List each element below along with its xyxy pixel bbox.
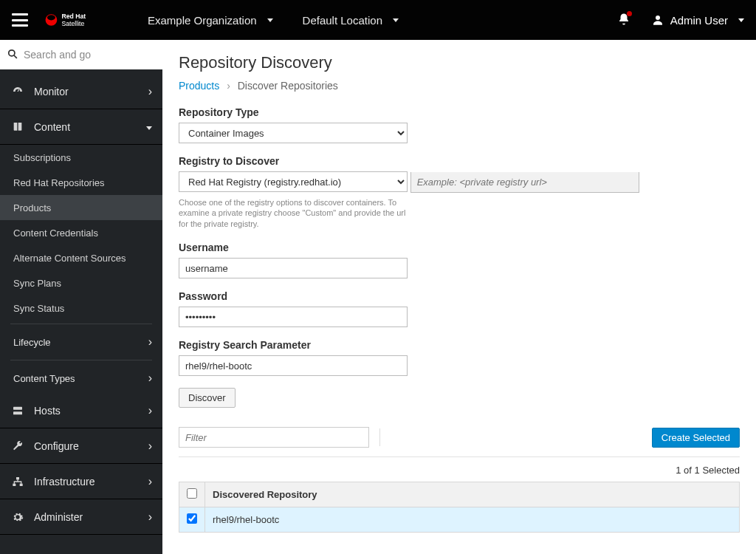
sidebar-item-monitor[interactable]: Monitor — [0, 74, 162, 109]
org-selector[interactable]: Example Organization — [148, 14, 273, 27]
sidebar-item-lifecycle[interactable]: Lifecycle — [0, 327, 162, 357]
sidebar-item-label: Content — [34, 121, 146, 133]
sidebar-item-label: Content Types — [13, 373, 148, 384]
svg-rect-8 — [13, 411, 22, 414]
sidebar-item-subscriptions[interactable]: Subscriptions — [0, 145, 162, 170]
svg-rect-10 — [13, 483, 16, 485]
sidebar-item-label: Subscriptions — [13, 152, 71, 163]
sidebar-item-infrastructure[interactable]: Infrastructure — [0, 464, 162, 499]
breadcrumb: Products › Discover Repositories — [179, 80, 740, 92]
results-table: Discovered Repository rhel9/rhel-bootc — [179, 482, 740, 533]
selection-count: 1 of 1 Selected — [179, 457, 740, 482]
location-label: Default Location — [303, 14, 382, 27]
chevron-down-icon — [146, 123, 152, 131]
sidebar-item-label: Alternate Content Sources — [13, 253, 126, 264]
sidebar-item-label: Red Hat Repositories — [13, 177, 105, 188]
chevron-right-icon — [148, 510, 152, 524]
sidebar-item-hosts[interactable]: Hosts — [0, 393, 162, 428]
registry-help-text: Choose one of the registry options to di… — [179, 197, 408, 230]
registry-url-input — [410, 172, 639, 193]
gear-icon — [10, 511, 25, 523]
svg-point-5 — [9, 49, 15, 55]
svg-text:Satellite: Satellite — [62, 20, 85, 27]
server-icon — [10, 405, 25, 417]
top-bar: Red Hat Satellite Example Organization D… — [0, 0, 756, 40]
sidebar-item-label: Lifecycle — [13, 337, 148, 348]
caret-down-icon — [738, 18, 744, 22]
sidebar-item-label: Hosts — [34, 405, 148, 417]
breadcrumb-products[interactable]: Products — [179, 80, 219, 92]
sidebar-item-acs[interactable]: Alternate Content Sources — [0, 245, 162, 270]
breadcrumb-current: Discover Repositories — [238, 80, 338, 92]
search-param-label: Registry Search Parameter — [179, 339, 740, 351]
sidebar-item-sync-plans[interactable]: Sync Plans — [0, 270, 162, 295]
chevron-right-icon — [148, 475, 152, 488]
svg-rect-11 — [20, 483, 23, 485]
sidebar-item-products[interactable]: Products — [0, 195, 162, 220]
page-title: Repository Discovery — [179, 53, 740, 72]
breadcrumb-separator: › — [227, 80, 230, 92]
search-icon — [7, 49, 18, 61]
sidebar-item-administer[interactable]: Administer — [0, 499, 162, 535]
user-label: Admin User — [670, 14, 728, 27]
notification-badge — [627, 11, 632, 16]
discover-button[interactable]: Discover — [179, 388, 236, 408]
sidebar-item-configure[interactable]: Configure — [0, 428, 162, 464]
registry-label: Registry to Discover — [179, 155, 740, 167]
caret-down-icon — [393, 18, 399, 22]
repo-type-label: Repository Type — [179, 106, 740, 118]
sidebar-item-label: Administer — [34, 511, 148, 523]
password-label: Password — [179, 290, 740, 302]
sidebar-item-credentials[interactable]: Content Credentials — [0, 220, 162, 245]
repo-type-select[interactable]: Container Images — [179, 123, 408, 143]
location-selector[interactable]: Default Location — [303, 14, 399, 27]
chevron-right-icon — [148, 404, 152, 417]
notifications-icon[interactable] — [617, 13, 630, 28]
caret-down-icon — [267, 18, 273, 22]
row-checkbox[interactable] — [187, 513, 197, 524]
filter-input[interactable] — [179, 427, 369, 448]
dashboard-icon — [10, 86, 25, 98]
table-row[interactable]: rhel9/rhel-bootc — [179, 507, 740, 533]
org-label: Example Organization — [148, 14, 257, 27]
wrench-icon — [10, 440, 25, 452]
sidebar-item-redhat-repos[interactable]: Red Hat Repositories — [0, 170, 162, 195]
username-input[interactable] — [179, 258, 408, 278]
col-header-repo: Discovered Repository — [205, 482, 740, 507]
search-param-input[interactable] — [179, 355, 408, 376]
chevron-right-icon — [148, 85, 152, 98]
chevron-right-icon — [148, 440, 152, 453]
svg-rect-7 — [13, 406, 22, 409]
results-toolbar: Create Selected — [179, 420, 740, 457]
create-selected-button[interactable]: Create Selected — [652, 428, 740, 448]
sidebar-item-label: Infrastructure — [34, 476, 148, 488]
password-input[interactable] — [179, 307, 408, 327]
sidebar-item-sync-status[interactable]: Sync Status — [0, 295, 162, 321]
svg-point-1 — [47, 15, 55, 20]
sidebar-item-content[interactable]: Content — [0, 109, 162, 145]
row-repo-name: rhel9/rhel-bootc — [205, 507, 740, 533]
sidebar-item-label: Sync Status — [13, 303, 64, 314]
svg-point-4 — [656, 16, 660, 20]
user-menu[interactable]: Admin User — [651, 13, 744, 27]
search-input[interactable] — [24, 49, 155, 61]
menu-toggle-icon[interactable] — [12, 13, 28, 27]
sidebar-item-label: Monitor — [34, 86, 148, 98]
brand-logo[interactable]: Red Hat Satellite — [44, 10, 126, 30]
sidebar-item-label: Products — [13, 202, 51, 213]
svg-text:Red Hat: Red Hat — [62, 13, 86, 20]
network-icon — [10, 476, 25, 488]
chevron-right-icon — [148, 335, 152, 349]
sidebar-submenu-content: Subscriptions Red Hat Repositories Produ… — [0, 145, 162, 393]
username-label: Username — [179, 242, 740, 253]
registry-select[interactable]: Red Hat Registry (registry.redhat.io) — [179, 171, 408, 192]
svg-rect-9 — [16, 477, 19, 479]
global-search[interactable] — [0, 40, 162, 69]
sidebar-item-content-types[interactable]: Content Types — [0, 363, 162, 393]
sidebar-item-label: Sync Plans — [13, 278, 61, 289]
sidebar-item-label: Configure — [34, 440, 148, 452]
select-all-checkbox[interactable] — [187, 488, 197, 499]
toolbar-divider — [379, 428, 380, 446]
book-icon — [10, 121, 25, 133]
sidebar: Monitor Content Subscriptions Red Hat Re… — [0, 40, 162, 554]
